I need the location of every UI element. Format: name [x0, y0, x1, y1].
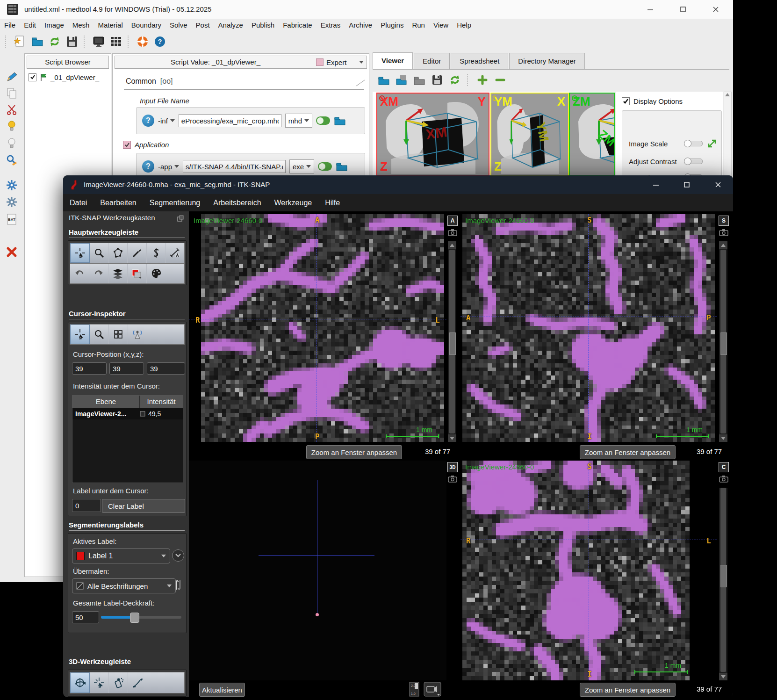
trackball-tool-icon[interactable]	[70, 672, 90, 693]
sagittal-badge[interactable]: S	[719, 216, 729, 226]
preview-pane-zm[interactable]: ZM ZM	[569, 93, 615, 176]
bat-script-icon[interactable]: BAT	[5, 213, 18, 225]
inf-param[interactable]: -inf	[158, 117, 175, 125]
cursor-tab-antenna-icon[interactable]	[128, 325, 147, 344]
monitor-icon[interactable]	[92, 35, 106, 49]
new-script-icon[interactable]	[13, 35, 27, 49]
camera-dropdown-icon[interactable]	[424, 682, 441, 697]
menu-publish[interactable]: Publish	[247, 19, 279, 31]
display-options-checkbox[interactable]	[622, 97, 630, 105]
axial-scrollbar[interactable]	[448, 241, 456, 442]
minimize-icon[interactable]	[640, 0, 661, 19]
remove-icon[interactable]	[493, 73, 507, 87]
col-header-intensitaet[interactable]: Intensität	[140, 396, 183, 408]
redo-icon[interactable]	[89, 264, 108, 283]
menu-arbeitsbereich[interactable]: Arbeitsbereich	[207, 194, 267, 211]
open-folder-icon[interactable]	[377, 73, 391, 87]
axial-slice-canvas[interactable]	[189, 214, 446, 442]
paintbrush-tool-icon[interactable]	[128, 243, 147, 263]
menu-edit[interactable]: Edit	[20, 19, 40, 31]
menu-datei[interactable]: Datei	[63, 194, 94, 211]
axial-view[interactable]: ImageViewer-24660-0 A R L P 1 mm	[189, 214, 446, 442]
undo-icon[interactable]	[70, 264, 89, 283]
view-3d-badge[interactable]: 3D	[447, 462, 458, 472]
refresh-icon[interactable]	[448, 73, 462, 87]
close-icon[interactable]	[705, 0, 727, 19]
coronal-view[interactable]: ImageViewer-24660-0 S R L I 1 mm	[460, 461, 717, 680]
menu-material[interactable]: Material	[94, 19, 127, 31]
screenshot-camera-icon[interactable]	[448, 229, 457, 236]
tab-common[interactable]: Common [oo]	[126, 77, 173, 86]
maximize-icon[interactable]	[676, 175, 698, 194]
close-icon[interactable]	[707, 175, 729, 194]
cursor-z-field[interactable]	[147, 362, 185, 375]
menu-post[interactable]: Post	[192, 19, 214, 31]
opacity-slider-knob[interactable]	[130, 613, 139, 623]
expand-icon[interactable]	[707, 139, 717, 148]
clear-label-button[interactable]: Clear Label	[102, 499, 185, 513]
refresh-icon[interactable]	[48, 35, 62, 49]
layers-icon[interactable]	[108, 264, 128, 283]
snake-tool-icon[interactable]	[147, 243, 166, 263]
menu-hilfe[interactable]: Hilfe	[318, 194, 346, 211]
menu-fabricate[interactable]: Fabricate	[279, 19, 317, 31]
menu-bearbeiten[interactable]: Bearbeiten	[94, 194, 143, 211]
zoom-fit-button-axial[interactable]: Zoom an Fenster anpassen	[306, 445, 402, 459]
application-checkbox[interactable]	[123, 141, 131, 149]
closed-folder-icon[interactable]	[412, 73, 426, 87]
menu-help[interactable]: Help	[453, 19, 475, 31]
ext-select-mhd[interactable]: mhd	[285, 114, 312, 128]
tab-viewer[interactable]: Viewer	[373, 52, 413, 69]
script-item[interactable]: _01_dpViewer_	[29, 72, 99, 83]
tab-directory-manager[interactable]: Directory Manager	[509, 53, 584, 69]
bulb-on-icon[interactable]	[5, 119, 18, 132]
menu-extras[interactable]: Extras	[317, 19, 345, 31]
preview-pane-xm[interactable]: XM Y Z XM	[376, 93, 489, 176]
sagittal-view[interactable]: ImageViewer-24660-0 S A P I 1 mm	[460, 214, 717, 442]
tab-editor[interactable]: Editor	[414, 53, 450, 69]
table-icon[interactable]	[109, 35, 123, 49]
browse-folder-icon[interactable]	[334, 115, 346, 126]
zoom-tool-icon[interactable]	[90, 243, 109, 263]
help-icon[interactable]: ?	[153, 35, 167, 49]
input-file-field[interactable]	[179, 114, 281, 127]
cursor-tab-zoom-icon[interactable]	[90, 325, 109, 344]
lifebuoy-help-icon[interactable]	[136, 35, 150, 49]
sagittal-scrollbar[interactable]	[719, 241, 727, 442]
cut-scissors-icon[interactable]	[5, 103, 18, 115]
axial-badge[interactable]: A	[447, 216, 458, 226]
menu-file[interactable]: File	[0, 19, 20, 31]
minimize-icon[interactable]	[645, 175, 667, 194]
label-expand-icon[interactable]	[172, 549, 184, 562]
tab-spreadsheet[interactable]: Spreadsheet	[451, 53, 508, 69]
param-help-icon[interactable]: ?	[142, 115, 154, 127]
palette-icon[interactable]	[147, 264, 165, 283]
menu-run[interactable]: Run	[408, 19, 429, 31]
coronal-badge[interactable]: C	[719, 462, 729, 472]
enable-toggle[interactable]	[316, 116, 330, 125]
search-edit-icon[interactable]	[5, 153, 18, 166]
menu-analyze[interactable]: Analyze	[214, 19, 247, 31]
menu-archive[interactable]: Archive	[345, 19, 376, 31]
label-value-field[interactable]	[72, 499, 101, 512]
active-label-select[interactable]: Label 1	[72, 548, 170, 563]
screenshot-camera-icon[interactable]	[448, 475, 457, 483]
scroll-up-icon[interactable]	[448, 241, 456, 249]
cursor-x-field[interactable]	[72, 362, 107, 375]
menu-solve[interactable]: Solve	[165, 19, 192, 31]
active-label-swatch-icon[interactable]	[128, 264, 147, 283]
sagittal-slice-canvas[interactable]	[460, 214, 717, 442]
expert-mode-select[interactable]: Expert	[313, 56, 367, 69]
open-folder-icon[interactable]	[30, 35, 44, 49]
menu-plugins[interactable]: Plugins	[376, 19, 408, 31]
view-3d[interactable]	[189, 461, 446, 680]
menu-werkzeuge[interactable]: Werkzeuge	[268, 194, 319, 211]
application-path-field[interactable]	[183, 160, 286, 173]
cursor-tab-grid-icon[interactable]	[109, 325, 128, 344]
cursor-y-field[interactable]	[109, 362, 144, 375]
settings-gear-icon[interactable]	[5, 179, 18, 191]
zoom-thumbnail-icon[interactable]: 2.01.0	[409, 682, 419, 697]
paint-over-select[interactable]: Alle Beschriftungen	[72, 578, 176, 593]
update-3d-button[interactable]: Aktualisieren	[199, 683, 245, 697]
browse-folder-icon[interactable]	[336, 161, 348, 172]
